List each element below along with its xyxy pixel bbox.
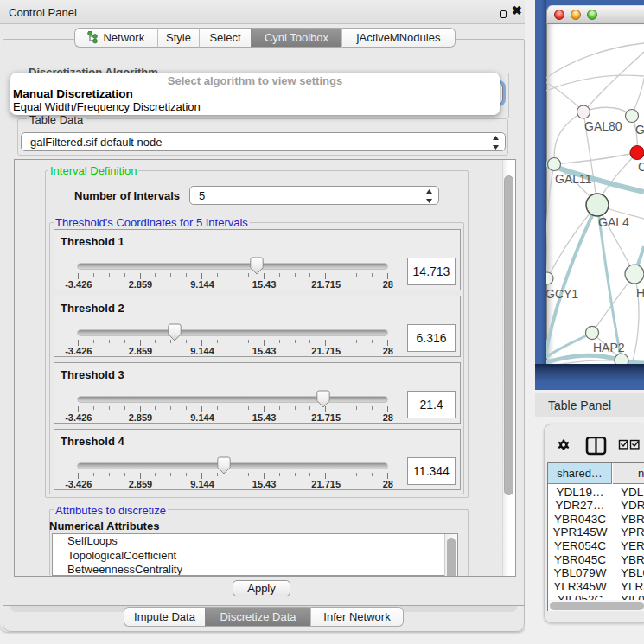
svg-text:GCY1: GCY1 bbox=[546, 287, 578, 301]
svg-text:GAL80: GAL80 bbox=[584, 119, 622, 133]
svg-text:GAL4: GAL4 bbox=[598, 215, 629, 229]
svg-text:CY: CY bbox=[638, 160, 644, 174]
svg-text:HA: HA bbox=[636, 286, 644, 300]
svg-text:GAL11: GAL11 bbox=[555, 172, 592, 186]
svg-text:HAP2: HAP2 bbox=[593, 341, 625, 354]
svg-text:GA: GA bbox=[635, 123, 644, 137]
